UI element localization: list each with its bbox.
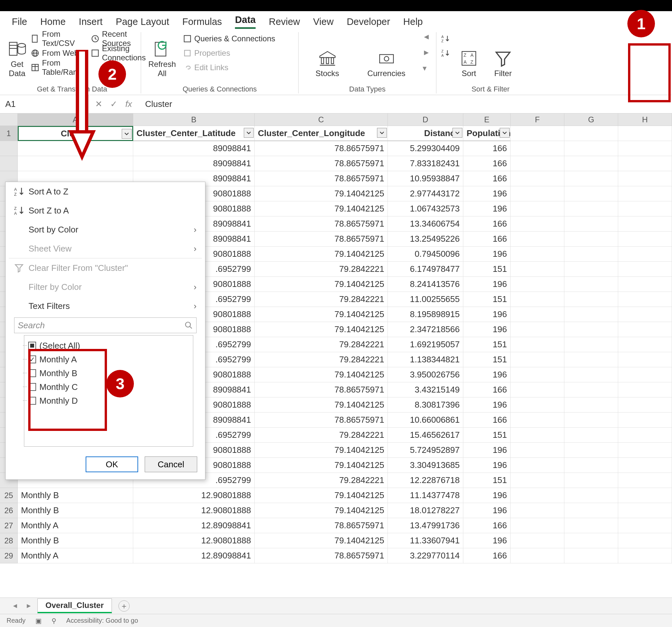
tab-page-layout[interactable]: Page Layout <box>116 17 169 27</box>
tab-review[interactable]: Review <box>269 17 300 27</box>
cell[interactable]: 78.86575971 <box>255 518 388 533</box>
cell[interactable]: 3.43215149 <box>388 382 463 398</box>
tab-developer[interactable]: Developer <box>347 17 390 27</box>
filter-search[interactable]: Search <box>14 318 196 333</box>
cell[interactable]: 11.33607941 <box>388 533 463 548</box>
cell[interactable]: 79.14042125 <box>255 322 388 337</box>
cell[interactable]: 3.229770114 <box>388 548 463 563</box>
cell[interactable]: 8.195898915 <box>388 307 463 322</box>
cell[interactable]: 12.90801888 <box>133 503 255 518</box>
cell[interactable]: 79.14042125 <box>255 186 388 201</box>
cell[interactable]: 196 <box>463 533 510 548</box>
tab-data[interactable]: Data <box>235 15 256 29</box>
cell[interactable]: 79.14042125 <box>255 443 388 458</box>
sort-az-small[interactable]: AZ <box>441 32 450 45</box>
cell[interactable]: 78.86575971 <box>255 156 388 171</box>
sheet-nav-next[interactable]: ► <box>24 602 34 610</box>
stocks-button[interactable]: Stocks <box>305 32 351 78</box>
add-sheet-button[interactable]: ＋ <box>118 600 129 611</box>
filter-dropdown-distance[interactable] <box>453 128 462 138</box>
checkbox[interactable] <box>28 355 36 363</box>
cell[interactable]: 12.90801888 <box>133 488 255 503</box>
formula-value[interactable]: Cluster <box>139 99 172 109</box>
recent-sources[interactable]: Recent Sources <box>91 32 146 45</box>
header-distance[interactable]: Distance <box>388 126 463 141</box>
col-header-H[interactable]: H <box>618 114 672 126</box>
cell[interactable]: 12.22876718 <box>388 473 463 488</box>
get-data-button[interactable]: Get Data <box>8 32 26 78</box>
cell[interactable]: 79.14042125 <box>255 277 388 292</box>
cell[interactable]: 196 <box>463 322 510 337</box>
cell[interactable]: 79.14042125 <box>255 488 388 503</box>
sheet-tab-overall-cluster[interactable]: Overall_Cluster <box>38 599 112 613</box>
cell[interactable]: 166 <box>463 231 510 247</box>
cell[interactable]: 10.66006861 <box>388 412 463 428</box>
cell[interactable]: 79.2842221 <box>255 473 388 488</box>
cell[interactable]: 5.724952897 <box>388 443 463 458</box>
cell[interactable]: 196 <box>463 443 510 458</box>
filter-option[interactable]: Monthly A <box>28 353 189 366</box>
cell[interactable]: 166 <box>463 156 510 171</box>
cell[interactable]: 151 <box>463 428 510 443</box>
header-population[interactable]: Population <box>463 126 510 141</box>
cell[interactable]: 79.2842221 <box>255 337 388 352</box>
cell[interactable]: 166 <box>463 548 510 563</box>
col-header-C[interactable]: C <box>255 114 388 126</box>
cell[interactable]: 15.46562617 <box>388 428 463 443</box>
cell[interactable]: 0.79450096 <box>388 247 463 262</box>
cell[interactable]: 89098841 <box>133 156 255 171</box>
tab-file[interactable]: File <box>12 17 27 27</box>
row-header[interactable] <box>0 141 18 156</box>
cell[interactable]: 166 <box>463 518 510 533</box>
cell[interactable]: Monthly B <box>18 533 133 548</box>
cell[interactable]: 166 <box>463 141 510 156</box>
header-lat[interactable]: Cluster_Center_Latitude <box>133 126 255 141</box>
cell[interactable]: 79.2842221 <box>255 262 388 277</box>
cell[interactable]: 196 <box>463 277 510 292</box>
sheet-nav-prev[interactable]: ◄ <box>10 602 20 610</box>
col-header-D[interactable]: D <box>388 114 463 126</box>
cell[interactable]: 11.14377478 <box>388 488 463 503</box>
col-header-E[interactable]: E <box>463 114 510 126</box>
cell[interactable]: 151 <box>463 352 510 367</box>
cell[interactable]: 2.977443172 <box>388 186 463 201</box>
cell[interactable]: 12.90801888 <box>133 533 255 548</box>
cell[interactable]: 166 <box>463 412 510 428</box>
cell[interactable]: Monthly A <box>18 518 133 533</box>
cell[interactable]: 79.2842221 <box>255 352 388 367</box>
cell[interactable]: 3.304913685 <box>388 458 463 473</box>
cell[interactable]: 79.2842221 <box>255 428 388 443</box>
sort-a-to-z[interactable]: AZSort A to Z <box>6 182 205 201</box>
enter-formula-icon[interactable]: ✓ <box>110 99 118 109</box>
cell[interactable]: 78.86575971 <box>255 217 388 231</box>
from-text-csv[interactable]: From Text/CSV <box>31 32 86 45</box>
cell[interactable]: 196 <box>463 307 510 322</box>
row-header[interactable]: 26 <box>0 503 18 518</box>
col-header-F[interactable]: F <box>510 114 565 126</box>
cell[interactable]: 18.01278227 <box>388 503 463 518</box>
cell[interactable]: 3.950026756 <box>388 367 463 382</box>
cell[interactable]: 6.174978477 <box>388 262 463 277</box>
cell[interactable]: 13.47991736 <box>388 518 463 533</box>
cell[interactable]: 2.347218566 <box>388 322 463 337</box>
cell[interactable]: 79.14042125 <box>255 307 388 322</box>
tab-formulas[interactable]: Formulas <box>182 17 222 27</box>
cell[interactable]: 78.86575971 <box>255 382 388 398</box>
fx-icon[interactable]: fx <box>125 99 132 109</box>
checkbox[interactable] <box>28 383 36 391</box>
cell[interactable]: 79.2842221 <box>255 292 388 307</box>
cell[interactable]: 196 <box>463 247 510 262</box>
currencies-button[interactable]: Currencies <box>364 32 409 78</box>
tab-help[interactable]: Help <box>403 17 423 27</box>
sort-button[interactable]: ZAAZ Sort <box>454 32 484 78</box>
cell[interactable]: Monthly A <box>18 548 133 563</box>
filter-option[interactable]: (Select All) <box>28 339 189 353</box>
cell[interactable]: 79.14042125 <box>255 367 388 382</box>
cell[interactable]: 78.86575971 <box>255 171 388 186</box>
chevron-right-icon[interactable]: ► <box>423 48 431 57</box>
cancel-button[interactable]: Cancel <box>145 456 197 472</box>
row-header[interactable]: 25 <box>0 488 18 503</box>
tab-view[interactable]: View <box>313 17 333 27</box>
cell[interactable]: 196 <box>463 201 510 217</box>
row-header[interactable]: 27 <box>0 518 18 533</box>
